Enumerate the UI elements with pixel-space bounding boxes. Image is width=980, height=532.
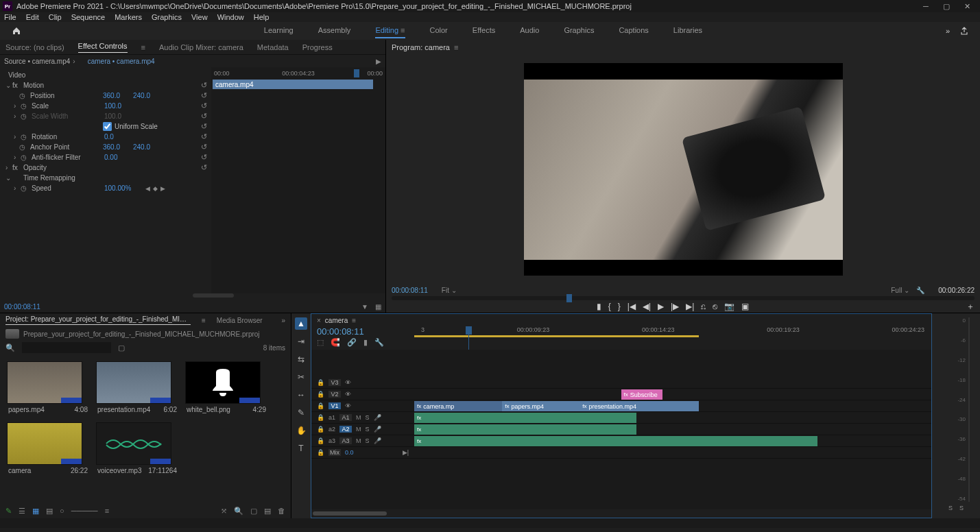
share-icon[interactable] (955, 26, 973, 36)
workspace-learning[interactable]: Learning (264, 23, 294, 38)
filter-icon[interactable]: ▼ (361, 303, 368, 313)
close-button[interactable]: ✕ (957, 2, 977, 11)
selection-tool[interactable]: ▲ (295, 317, 307, 330)
home-icon[interactable] (7, 24, 26, 38)
track-v1[interactable]: fxcamera.mpfxpapers.mp4fxpresentation.mp… (414, 400, 931, 412)
track-target[interactable]: V1 (328, 402, 341, 409)
chevron-right-icon[interactable]: › (14, 184, 21, 192)
work-area-bar[interactable] (414, 335, 699, 337)
menu-sequence[interactable]: Sequence (71, 13, 106, 21)
stopwatch-icon[interactable]: ◷ (19, 92, 27, 99)
ec-playhead-icon[interactable]: ▶ (376, 58, 381, 65)
workspace-assembly[interactable]: Assembly (318, 23, 351, 38)
track-a2[interactable]: fx (414, 424, 931, 435)
reset-icon[interactable]: ↺ (201, 112, 207, 121)
track-header-v1[interactable]: 🔒V1👁 (311, 400, 414, 412)
source-tab[interactable]: Metadata (257, 43, 289, 51)
lift-icon[interactable]: ⎌ (701, 302, 706, 311)
speed-value[interactable]: 100.00% (104, 184, 145, 192)
program-playhead[interactable] (566, 294, 572, 302)
solo-right[interactable]: S (959, 505, 964, 511)
track-a3[interactable]: fx (414, 435, 931, 447)
reset-icon[interactable]: ↺ (201, 132, 207, 141)
timeline-clip[interactable]: fx (414, 436, 817, 446)
step-forward-icon[interactable]: |▶ (671, 302, 679, 311)
track-mix[interactable] (414, 447, 931, 459)
source-patch[interactable]: a3 (328, 437, 335, 444)
workspace-graphics[interactable]: Graphics (564, 23, 594, 38)
menu-view[interactable]: View (191, 13, 208, 21)
source-patch[interactable]: a1 (328, 414, 335, 421)
timeline-tracks[interactable]: fxSubscribe fxcamera.mpfxpapers.mp4fxpre… (414, 350, 931, 509)
source-tab[interactable]: Source: (no clips) (5, 43, 64, 51)
maximize-button[interactable]: ▢ (936, 2, 957, 11)
write-icon[interactable]: ✎ (5, 507, 12, 516)
mix-value[interactable]: 0.0 (345, 449, 354, 456)
mute-button[interactable]: M (356, 426, 361, 433)
timeline-clip[interactable]: fxpapers.mp4 (502, 401, 579, 411)
ec-sequence-label[interactable]: camera • camera.mp4 (88, 58, 155, 65)
list-view-icon[interactable]: ☰ (19, 507, 25, 516)
program-timecode[interactable]: 00:00:08:11 (392, 287, 428, 294)
next-keyframe-icon[interactable]: ▶ (160, 185, 165, 192)
menu-file[interactable]: File (4, 13, 16, 21)
track-target[interactable]: V2 (328, 391, 341, 398)
timeline-ruler[interactable]: 300:00:09:2300:00:14:2300:00:19:2300:00:… (414, 326, 931, 350)
go-to-in-icon[interactable]: |◀ (628, 302, 636, 311)
track-target[interactable]: A1 (339, 414, 352, 421)
slip-tool[interactable]: ↔ (295, 389, 307, 401)
reset-icon[interactable]: ↺ (201, 101, 207, 110)
source-tab[interactable]: Effect Controls (78, 42, 128, 53)
flicker-value[interactable]: 0.00 (104, 154, 134, 161)
menu-markers[interactable]: Markers (115, 13, 142, 21)
solo-left[interactable]: S (948, 505, 953, 511)
close-sequence-icon[interactable]: × (317, 317, 321, 324)
new-bin-icon[interactable]: ▢ (118, 343, 125, 352)
track-a1[interactable]: fx (414, 412, 931, 424)
new-bin-icon[interactable]: ▦ (375, 303, 381, 313)
menu-edit[interactable]: Edit (26, 13, 39, 21)
stopwatch-icon[interactable]: ◷ (21, 184, 29, 192)
icon-view-icon[interactable]: ▦ (32, 507, 39, 516)
track-header-v3[interactable]: 🔒V3👁 (311, 377, 414, 389)
settings-icon[interactable]: 🔧 (374, 338, 384, 347)
razor-tool[interactable]: ✂ (295, 371, 307, 383)
go-to-out-icon[interactable]: ▶| (686, 302, 694, 311)
freeform-view-icon[interactable]: ▤ (46, 507, 53, 516)
sequence-tab[interactable]: camera (325, 317, 348, 324)
reset-icon[interactable]: ↺ (201, 143, 207, 152)
project-clip[interactable]: camera26:22 (7, 422, 89, 476)
lock-icon[interactable]: 🔒 (317, 426, 324, 433)
timeline-timecode[interactable]: 00:00:08:11 (317, 326, 409, 337)
workspace-overflow-icon[interactable]: » (940, 27, 955, 35)
chevron-down-icon[interactable]: ⌄ (5, 174, 12, 182)
add-marker-icon[interactable]: ▮ (597, 302, 601, 311)
insert-icon[interactable]: ⬚ (317, 338, 324, 347)
timeline-clip[interactable]: fxSubscribe (621, 389, 662, 400)
lock-icon[interactable]: 🔒 (317, 414, 324, 421)
workspace-libraries[interactable]: Libraries (673, 23, 702, 38)
resolution-dropdown[interactable]: Full ⌄ (891, 287, 909, 294)
sort-icon[interactable]: ○ (60, 507, 64, 515)
new-item-button[interactable]: ▤ (264, 507, 271, 516)
mark-in-icon[interactable]: { (608, 302, 611, 311)
prev-keyframe-icon[interactable]: ◀ (145, 185, 150, 192)
delete-icon[interactable]: 🗑 (278, 507, 285, 515)
reset-icon[interactable]: ↺ (201, 163, 207, 172)
hand-tool[interactable]: ✋ (295, 424, 307, 437)
menu-window[interactable]: Window (217, 13, 244, 21)
play-icon[interactable]: ▶ (658, 302, 664, 311)
workspace-color[interactable]: Color (430, 23, 448, 38)
position-y-value[interactable]: 240.0 (133, 92, 163, 99)
track-header-mix[interactable]: 🔒Mix0.0▶| (311, 447, 414, 459)
panel-menu-icon[interactable]: ≡ (352, 317, 356, 324)
reset-icon[interactable]: ↺ (201, 122, 207, 131)
panel-menu-icon[interactable]: ≡ (202, 317, 206, 324)
export-frame-icon[interactable]: 📷 (724, 302, 734, 311)
project-tab[interactable]: Project: Prepare_your_project_for_editin… (5, 315, 191, 325)
timeline-clip[interactable]: fxcamera.mp (414, 401, 502, 411)
stopwatch-icon[interactable]: ◷ (21, 102, 29, 110)
fx-badge[interactable]: fx (12, 82, 21, 89)
scale-value[interactable]: 100.0 (104, 102, 134, 110)
chevron-right-icon[interactable]: › (14, 102, 21, 110)
